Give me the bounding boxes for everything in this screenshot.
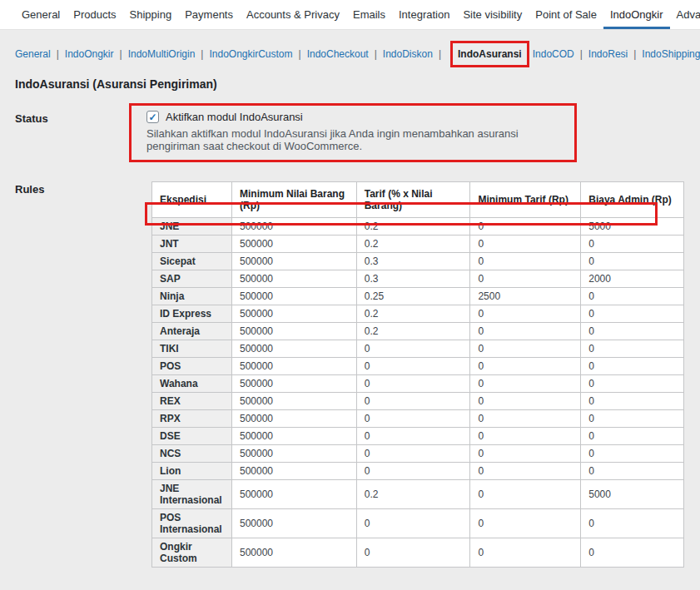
carrier-name-cell: TIKI [152, 340, 232, 358]
value-cell: 500000 [231, 445, 356, 463]
value-cell: 0 [470, 305, 581, 323]
table-row-ninja: Ninja5000000.2525000 [152, 288, 684, 305]
tab-payments[interactable]: Payments [178, 0, 240, 29]
check-icon: ✓ [148, 112, 156, 122]
subnav-item-indoongkircustom[interactable]: IndoOngkirCustom [209, 48, 292, 60]
carrier-name-cell: REX [152, 393, 232, 410]
table-row-lion: Lion500000000 [152, 463, 684, 480]
value-cell: 0.2 [356, 218, 470, 236]
carrier-name-cell: Ninja [152, 288, 232, 305]
value-cell: 0 [581, 393, 684, 410]
value-cell: 0 [581, 323, 684, 340]
value-cell: 0 [581, 410, 684, 428]
value-cell: 500000 [231, 236, 356, 253]
subnav-item-indodiskon[interactable]: IndoDiskon [383, 48, 433, 60]
tab-accounts-privacy[interactable]: Accounts & Privacy [240, 0, 346, 29]
carrier-name-cell: ID Express [152, 305, 232, 323]
tab-indoongkir[interactable]: IndoOngkir [603, 0, 670, 29]
carrier-name-cell: JNE [152, 218, 232, 236]
subnav-item-indoongkir[interactable]: IndoOngkir [65, 48, 114, 60]
value-cell: 500000 [231, 463, 356, 480]
value-cell: 0 [470, 375, 581, 393]
value-cell: 0 [581, 358, 684, 375]
carrier-name-cell: RPX [152, 410, 232, 428]
status-description: Silahkan aktifkan modul IndoAsuransi jik… [146, 127, 564, 152]
tab-site-visibility[interactable]: Site visibility [456, 0, 529, 29]
subnav-item-indocheckout[interactable]: IndoCheckout [307, 48, 369, 60]
value-cell: 500000 [231, 509, 356, 538]
carrier-name-cell: Anteraja [152, 323, 232, 340]
subnav-item-general[interactable]: General [15, 48, 51, 60]
value-cell: 500000 [231, 288, 356, 305]
value-cell: 0 [470, 218, 581, 236]
subnav-separator: | [633, 48, 636, 60]
value-cell: 0.2 [356, 305, 470, 323]
table-row-rpx: RPX500000000 [152, 410, 684, 428]
subnav-item-indoasuransi[interactable]: IndoAsuransi [450, 41, 529, 67]
table-row-sap: SAP5000000.302000 [152, 270, 684, 288]
tab-general[interactable]: General [15, 0, 67, 29]
subnav-separator: | [201, 48, 203, 60]
value-cell: 0 [470, 253, 581, 270]
table-row-tiki: TIKI500000000 [152, 340, 684, 358]
subnav-item-indomultiorigin[interactable]: IndoMultiOrigin [128, 48, 196, 60]
value-cell: 0 [470, 270, 581, 288]
subnav-item-indoresi[interactable]: IndoResi [588, 48, 628, 60]
indoongkir-subnav: General|IndoOngkir|IndoMultiOrigin|IndoO… [15, 42, 685, 67]
value-cell: 0 [356, 393, 470, 410]
subnav-item-indocod[interactable]: IndoCOD [533, 48, 574, 60]
table-row-jne: JNE5000000.205000 [152, 218, 684, 236]
value-cell: 0 [356, 428, 470, 445]
value-cell: 500000 [231, 410, 356, 428]
value-cell: 0 [581, 463, 684, 480]
subnav-separator: | [439, 48, 441, 60]
value-cell: 500000 [231, 323, 356, 340]
status-highlight-box: ✓ Aktifkan modul IndoAsuransi Silahkan a… [129, 103, 577, 162]
value-cell: 2500 [470, 288, 581, 305]
value-cell: 0 [356, 358, 470, 375]
value-cell: 5000 [581, 480, 684, 509]
value-cell: 0 [470, 538, 581, 568]
settings-tab-bar: GeneralProductsShippingPaymentsAccounts … [0, 0, 700, 30]
status-row: Status ✓ Aktifkan modul IndoAsuransi Sil… [15, 111, 685, 162]
carrier-name-cell: NCS [152, 445, 232, 463]
subnav-separator: | [580, 48, 583, 60]
value-cell: 0 [581, 340, 684, 358]
tab-shipping[interactable]: Shipping [123, 0, 179, 29]
tab-products[interactable]: Products [67, 0, 122, 29]
tab-emails[interactable]: Emails [346, 0, 392, 29]
table-row-pos-internasional: POS Internasional500000000 [152, 509, 684, 538]
value-cell: 0 [470, 480, 581, 509]
status-checkbox[interactable]: ✓ [146, 111, 159, 123]
value-cell: 0.2 [356, 480, 470, 509]
tab-integration[interactable]: Integration [392, 0, 456, 29]
tab-point-of-sale[interactable]: Point of Sale [529, 0, 603, 29]
value-cell: 0 [356, 340, 470, 358]
value-cell: 0 [470, 428, 581, 445]
value-cell: 0.2 [356, 236, 470, 253]
status-checkbox-label[interactable]: ✓ Aktifkan modul IndoAsuransi [146, 111, 564, 123]
value-cell: 0 [470, 236, 581, 253]
value-cell: 0.2 [356, 323, 470, 340]
value-cell: 0 [470, 509, 581, 538]
carrier-name-cell: Sicepat [152, 253, 232, 270]
page-title: IndoAsuransi (Asuransi Pengiriman) [15, 77, 685, 91]
column-header-ekspedisi: Ekspedisi [152, 182, 232, 218]
rules-table-wrap: EkspedisiMinimum Nilai Barang (Rp)Tarif … [151, 181, 684, 568]
value-cell: 0 [581, 288, 684, 305]
value-cell: 0 [581, 305, 684, 323]
carrier-name-cell: POS [152, 358, 232, 375]
value-cell: 500000 [231, 358, 356, 375]
carrier-name-cell: Ongkir Custom [152, 538, 232, 568]
value-cell: 0 [356, 410, 470, 428]
value-cell: 0 [470, 358, 581, 375]
table-row-pos: POS500000000 [152, 358, 684, 375]
column-header-biaya-admin-rp: Biaya Admin (Rp) [581, 182, 684, 218]
carrier-name-cell: DSE [152, 428, 232, 445]
carrier-name-cell: SAP [152, 270, 232, 288]
tab-advanced[interactable]: Advanced [670, 0, 700, 29]
value-cell: 500000 [231, 270, 356, 288]
value-cell: 500000 [231, 480, 356, 509]
subnav-item-indoshippinglabel[interactable]: IndoShippingLabel [642, 48, 700, 60]
status-label: Status [15, 111, 146, 125]
